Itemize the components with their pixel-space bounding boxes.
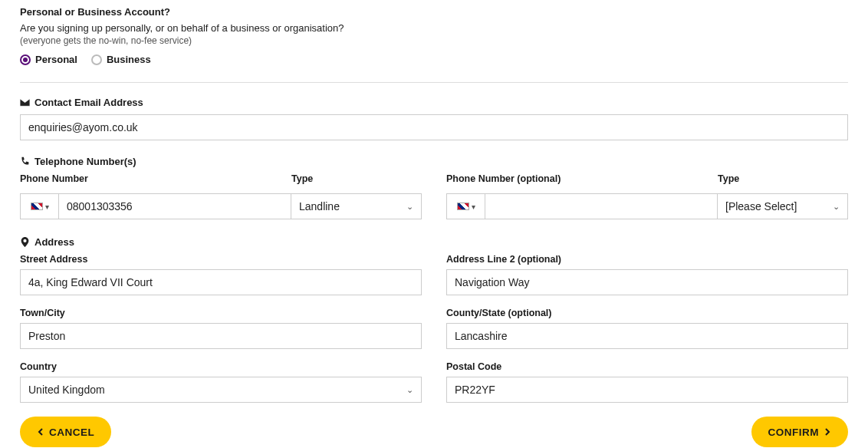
phone-type-value-2: [Please Select]	[725, 200, 797, 212]
telephone-heading: Telephone Number(s)	[20, 156, 848, 167]
postal-input[interactable]	[446, 377, 848, 403]
chevron-down-icon: ⌄	[406, 202, 413, 212]
pin-icon	[20, 237, 30, 247]
street-input[interactable]	[20, 269, 422, 295]
chevron-down-icon: ⌄	[406, 385, 413, 395]
radio-icon	[20, 54, 31, 65]
phone-number-label: Phone Number	[20, 173, 291, 184]
county-label: County/State (optional)	[446, 308, 848, 318]
town-input[interactable]	[20, 323, 422, 349]
line2-input[interactable]	[446, 269, 848, 295]
radio-personal[interactable]: Personal	[20, 54, 77, 65]
street-label: Street Address	[20, 254, 422, 265]
divider	[20, 82, 848, 83]
line2-label: Address Line 2 (optional)	[446, 254, 848, 265]
phone-type-label-2: Type	[718, 173, 848, 184]
country-label: Country	[20, 361, 422, 372]
radio-icon	[91, 54, 102, 65]
phone-type-value-1: Landline	[299, 200, 340, 212]
chevron-left-icon	[37, 428, 44, 436]
phone-icon	[20, 156, 30, 166]
phone-number-optional-label: Phone Number (optional)	[446, 173, 718, 184]
chevron-down-icon: ⌄	[833, 202, 840, 212]
phone-number-input-2[interactable]	[485, 193, 718, 219]
cancel-button-label: CANCEL	[49, 427, 94, 438]
address-heading-text: Address	[35, 236, 74, 248]
phone-number-input-1[interactable]	[58, 193, 291, 219]
confirm-button[interactable]: CONFIRM	[751, 417, 849, 447]
phone-type-select-1[interactable]: Landline ⌄	[291, 193, 422, 219]
cancel-button[interactable]: CANCEL	[20, 417, 111, 447]
email-heading: Contact Email Address	[20, 97, 848, 108]
radio-personal-label: Personal	[35, 54, 77, 65]
chevron-down-icon: ▾	[472, 203, 475, 211]
phone-type-select-2[interactable]: [Please Select] ⌄	[718, 193, 848, 219]
phone-country-selector-1[interactable]: ▾	[20, 193, 58, 219]
country-value: United Kingdom	[28, 384, 105, 396]
email-input[interactable]	[20, 114, 848, 140]
form-actions: CANCEL CONFIRM	[20, 417, 848, 447]
chevron-down-icon: ▾	[45, 203, 49, 211]
address-heading: Address	[20, 236, 848, 248]
radio-business[interactable]: Business	[91, 54, 151, 65]
uk-flag-icon	[31, 203, 43, 210]
country-select[interactable]: United Kingdom ⌄	[20, 377, 422, 403]
radio-business-label: Business	[107, 54, 151, 65]
confirm-button-label: CONFIRM	[768, 427, 820, 438]
uk-flag-icon	[457, 203, 469, 210]
telephone-heading-text: Telephone Number(s)	[35, 156, 136, 167]
chevron-right-icon	[824, 428, 831, 436]
account-type-radio-group: Personal Business	[20, 54, 848, 65]
phone-type-label: Type	[291, 173, 422, 184]
town-label: Town/City	[20, 308, 422, 318]
county-input[interactable]	[446, 323, 848, 349]
phone-country-selector-2[interactable]: ▾	[446, 193, 485, 219]
email-heading-text: Contact Email Address	[35, 97, 143, 108]
account-type-note: (everyone gets the no-win, no-fee servic…	[20, 35, 848, 46]
postal-label: Postal Code	[446, 361, 848, 372]
account-type-heading: Personal or Business Account?	[20, 6, 848, 18]
mail-icon	[20, 97, 30, 107]
account-type-question: Are you signing up personally, or on beh…	[20, 22, 848, 34]
